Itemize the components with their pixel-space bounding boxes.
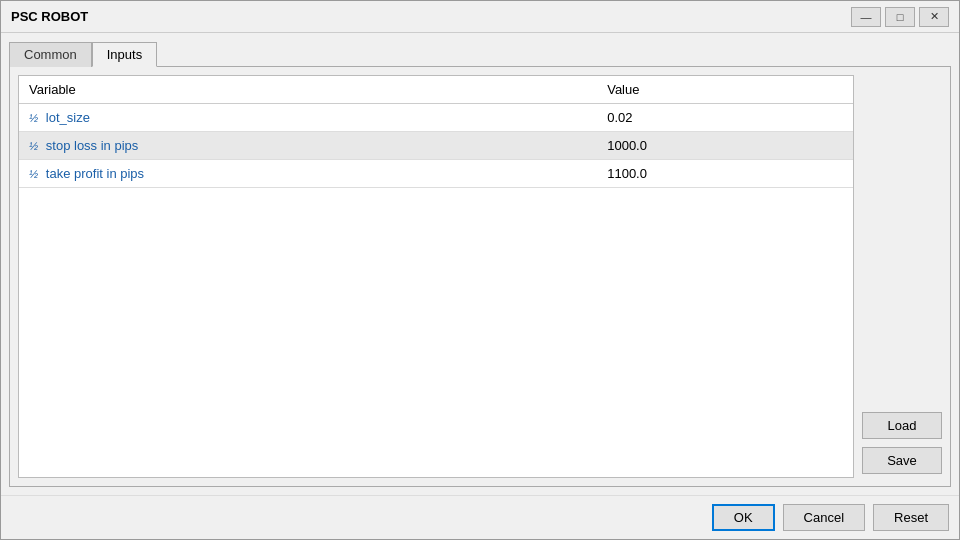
half-icon: ½ xyxy=(29,112,38,124)
variable-cell: ½ stop loss in pips xyxy=(19,132,597,160)
column-header-variable: Variable xyxy=(19,76,597,104)
window-title: PSC ROBOT xyxy=(11,9,88,24)
title-bar: PSC ROBOT — □ ✕ xyxy=(1,1,959,33)
close-button[interactable]: ✕ xyxy=(919,7,949,27)
table-row[interactable]: ½ take profit in pips 1100.0 xyxy=(19,160,853,188)
value-cell: 1000.0 xyxy=(597,132,853,160)
main-window: PSC ROBOT — □ ✕ Common Inputs V xyxy=(0,0,960,540)
maximize-button[interactable]: □ xyxy=(885,7,915,27)
tab-common[interactable]: Common xyxy=(9,42,92,67)
table-row[interactable]: ½ lot_size 0.02 xyxy=(19,104,853,132)
half-icon: ½ xyxy=(29,140,38,152)
table-section: Variable Value ½ lot_size 0.02 xyxy=(18,75,854,478)
footer: OK Cancel Reset xyxy=(1,495,959,539)
half-icon: ½ xyxy=(29,168,38,180)
content-area: Common Inputs Variable Value xyxy=(1,33,959,495)
variables-table: Variable Value ½ lot_size 0.02 xyxy=(19,76,853,188)
ok-button[interactable]: OK xyxy=(712,504,775,531)
main-body: Variable Value ½ lot_size 0.02 xyxy=(9,66,951,487)
load-button[interactable]: Load xyxy=(862,412,942,439)
column-header-value: Value xyxy=(597,76,853,104)
tabs-container: Common Inputs xyxy=(9,41,951,66)
variable-cell: ½ take profit in pips xyxy=(19,160,597,188)
title-controls: — □ ✕ xyxy=(851,7,949,27)
value-cell: 1100.0 xyxy=(597,160,853,188)
minimize-button[interactable]: — xyxy=(851,7,881,27)
tab-inputs[interactable]: Inputs xyxy=(92,42,157,67)
reset-button[interactable]: Reset xyxy=(873,504,949,531)
variable-name: lot_size xyxy=(46,110,90,125)
side-buttons: Load Save xyxy=(862,75,942,478)
variable-cell: ½ lot_size xyxy=(19,104,597,132)
cancel-button[interactable]: Cancel xyxy=(783,504,865,531)
variable-name: stop loss in pips xyxy=(46,138,139,153)
value-cell: 0.02 xyxy=(597,104,853,132)
save-button[interactable]: Save xyxy=(862,447,942,474)
variable-name: take profit in pips xyxy=(46,166,144,181)
table-row[interactable]: ½ stop loss in pips 1000.0 xyxy=(19,132,853,160)
